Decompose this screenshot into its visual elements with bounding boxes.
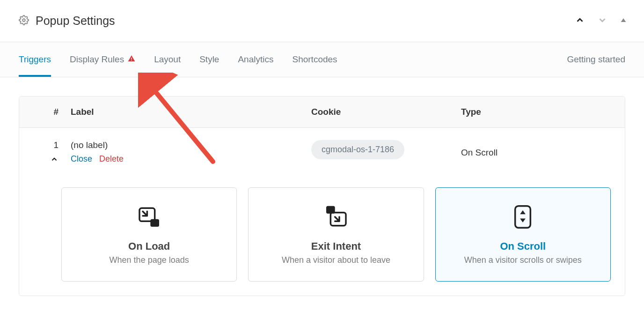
- trigger-cards: On Load When the page loads Exit Intent …: [19, 178, 625, 296]
- card-subtitle: When a visitor about to leave: [258, 255, 414, 265]
- triangle-up-icon[interactable]: [620, 16, 627, 26]
- svg-point-0: [22, 19, 25, 22]
- cell-index: 1: [33, 140, 71, 166]
- tab-shortcodes[interactable]: Shortcodes: [292, 42, 337, 77]
- chevron-down-icon[interactable]: [597, 15, 607, 27]
- tab-display-rules[interactable]: Display Rules: [70, 42, 135, 77]
- row-index: 1: [53, 140, 59, 150]
- card-subtitle: When the page loads: [71, 255, 227, 265]
- tabs-bar: Triggers Display Rules Layout Style Anal…: [0, 42, 644, 77]
- tab-getting-started[interactable]: Getting started: [567, 42, 625, 77]
- page-title: Popup Settings: [36, 14, 115, 28]
- svg-marker-1: [621, 18, 626, 22]
- svg-rect-3: [131, 60, 132, 60]
- svg-marker-10: [520, 219, 526, 223]
- tab-label: Analytics: [238, 54, 273, 65]
- card-subtitle: When a visitor scrolls or swipes: [445, 255, 601, 265]
- tab-layout[interactable]: Layout: [154, 42, 181, 77]
- row-actions: Close Delete: [71, 154, 311, 164]
- cell-type: On Scroll: [461, 140, 611, 158]
- tab-label: Style: [199, 54, 219, 65]
- svg-marker-9: [520, 210, 526, 214]
- svg-rect-2: [131, 58, 132, 59]
- col-header-cookie: Cookie: [311, 107, 461, 117]
- warning-icon: [128, 54, 135, 65]
- content-area: # Label Cookie Type 1 (no label) Close D…: [0, 77, 644, 315]
- exit-intent-icon: [323, 204, 349, 232]
- close-link[interactable]: Close: [71, 154, 92, 163]
- tab-analytics[interactable]: Analytics: [238, 42, 273, 77]
- tab-label: Getting started: [567, 54, 625, 65]
- collapse-icon[interactable]: [50, 155, 59, 166]
- panel-header: Popup Settings: [0, 0, 644, 42]
- chevron-up-icon[interactable]: [575, 15, 585, 27]
- tab-label: Layout: [154, 54, 181, 65]
- on-load-icon: [136, 204, 162, 232]
- tab-label: Triggers: [19, 54, 51, 65]
- panel-controls: [575, 15, 627, 27]
- card-exit-intent[interactable]: Exit Intent When a visitor about to leav…: [248, 187, 424, 282]
- cell-label: (no label) Close Delete: [71, 140, 311, 164]
- table-header: # Label Cookie Type: [19, 96, 625, 128]
- card-title: On Load: [71, 240, 227, 252]
- triggers-table: # Label Cookie Type 1 (no label) Close D…: [19, 96, 625, 296]
- gear-icon: [19, 15, 29, 27]
- delete-link[interactable]: Delete: [99, 154, 124, 163]
- tab-style[interactable]: Style: [199, 42, 219, 77]
- card-on-load[interactable]: On Load When the page loads: [61, 187, 237, 282]
- tab-triggers[interactable]: Triggers: [19, 42, 51, 77]
- col-header-index: #: [33, 107, 71, 117]
- col-header-label: Label: [71, 107, 311, 117]
- cell-cookie: cgmodal-os-1-7186: [311, 140, 461, 159]
- tab-label: Display Rules: [70, 54, 124, 65]
- svg-rect-5: [150, 219, 159, 227]
- row-label: (no label): [71, 140, 311, 150]
- card-title: On Scroll: [445, 240, 601, 252]
- card-title: Exit Intent: [258, 240, 414, 252]
- table-row: 1 (no label) Close Delete cgmodal-os-1-7…: [19, 128, 625, 178]
- col-header-type: Type: [461, 107, 611, 117]
- card-on-scroll[interactable]: On Scroll When a visitor scrolls or swip…: [435, 187, 611, 282]
- on-scroll-icon: [512, 204, 534, 232]
- svg-rect-8: [515, 206, 531, 228]
- tab-label: Shortcodes: [292, 54, 337, 65]
- cookie-pill: cgmodal-os-1-7186: [311, 140, 404, 159]
